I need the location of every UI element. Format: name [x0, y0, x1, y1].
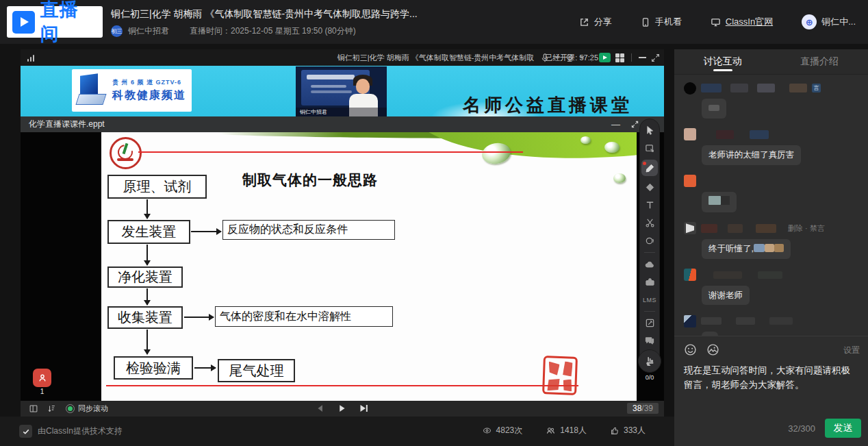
chat-message: .: [684, 314, 858, 336]
channel-line1: 贵 州 6 频 道 GZTV-6: [112, 78, 186, 87]
floating-tool-button[interactable]: [33, 369, 51, 387]
window-titlebar: 化学直播课课件.eppt — ✕: [21, 116, 664, 132]
live-video-button[interactable]: [599, 53, 611, 62]
classin-website-link[interactable]: ClassIn官网: [711, 16, 773, 28]
raise-hand-button[interactable]: [638, 349, 661, 373]
tv-channel-logo: 贵 州 6 频 道 GZTV-6 科教健康频道: [72, 69, 192, 112]
page-footer: 由ClassIn提供技术支持 4823次 1418人 333人: [0, 417, 674, 446]
tool-icon: [38, 373, 47, 383]
redacted-username: [713, 271, 742, 279]
window-minimize-icon[interactable]: —: [611, 120, 620, 129]
cloud-resource-icon[interactable]: [641, 258, 658, 271]
flow-box-purify: 净化装置: [107, 267, 183, 288]
avatar: [684, 82, 696, 95]
avatar: [684, 128, 696, 140]
floating-tool-count: 1: [33, 388, 51, 395]
mobile-view-button[interactable]: 手机看: [641, 16, 682, 28]
send-button[interactable]: 发送: [825, 419, 861, 438]
monitor-icon: [711, 17, 721, 27]
microphone-icon[interactable]: [540, 53, 550, 63]
char-counter: 32/300: [788, 423, 815, 434]
courseware-bottom-bar: 同步滚动 38/39: [21, 401, 664, 417]
water-droplet: [604, 142, 620, 153]
slide-title: 制取气体的一般思路: [228, 171, 392, 190]
school-emblem: [110, 137, 142, 169]
chat-message: 删除 · 禁言 终于听懂了,: [684, 222, 858, 259]
sync-scroll-label: 同步滚动: [78, 404, 108, 414]
prev-slide-icon[interactable]: [316, 404, 325, 413]
slide-red-line-bottom: [106, 385, 578, 386]
chat-message: 老师讲的太细了真厉害: [684, 128, 858, 165]
tab-live-intro[interactable]: 直播介绍: [771, 49, 868, 74]
redacted-username: [701, 224, 717, 233]
sort-slides-icon[interactable]: [47, 404, 56, 413]
people-icon: [546, 426, 556, 435]
channel-name: 铜仁中招君: [128, 25, 169, 37]
thumbs-up-icon: [610, 426, 620, 435]
select-region-icon[interactable]: [641, 142, 658, 155]
slide-decor-swoosh: [405, 132, 637, 183]
user-menu[interactable]: ⊕ 铜仁中...: [802, 14, 856, 29]
signal-icon: [27, 54, 37, 62]
cursor-tool-icon[interactable]: [641, 124, 658, 137]
stream-title: 铜仁初三|化学 胡梅雨 《气体制取智慧链-贵州中考气体制取思路与跨学...: [111, 8, 549, 21]
views-stat: 4823次: [482, 425, 523, 436]
text-tool-icon[interactable]: [641, 199, 658, 212]
mic-dropdown-caret[interactable]: [554, 56, 560, 59]
shape-tool-icon[interactable]: [641, 234, 658, 247]
camera-dropdown-caret[interactable]: [579, 56, 585, 59]
viewers-stat: 1418人: [546, 425, 587, 436]
play-slide-icon[interactable]: [337, 404, 346, 413]
live-time: 直播时间：2025-12-05 星期五 19:50 (80分钟): [190, 25, 356, 37]
avatar: [684, 315, 696, 327]
chat-tool-icon[interactable]: [641, 334, 658, 347]
stream-subtitle: 初三 铜仁中招君 直播时间：2025-12-05 星期五 19:50 (80分钟…: [111, 25, 356, 37]
tab-discussion[interactable]: 讨论互动: [674, 49, 771, 74]
raise-hand-icon: [644, 356, 656, 367]
red-seal-stamp: [542, 356, 578, 395]
emoji-icon[interactable]: [684, 343, 697, 356]
image-upload-icon[interactable]: [706, 343, 719, 356]
next-slide-icon[interactable]: [359, 404, 369, 413]
composer-input[interactable]: 现在是互动问答时间，大家有问题请积极留言，胡老师会为大家解答。: [684, 364, 859, 393]
player-control-bar: 铜仁初三|化学 胡梅雨 《气体制取智慧链-贵州中考气体制取 已经开课: 57:2…: [21, 49, 664, 66]
panel-toggle-icon[interactable]: [29, 404, 38, 413]
user-badge: 言: [812, 84, 821, 92]
moderation-actions[interactable]: 删除 · 禁言: [788, 223, 825, 234]
stream-stats: 4823次 1418人 333人: [482, 425, 646, 436]
toolbox-icon[interactable]: [641, 275, 658, 288]
eye-icon: [482, 426, 492, 435]
webcam-icon[interactable]: [565, 53, 574, 63]
minimize-icon[interactable]: [639, 57, 646, 58]
raise-hand-count: 0/0: [639, 374, 660, 381]
scissors-tool-icon[interactable]: [641, 216, 658, 230]
session-title: 铜仁初三|化学 胡梅雨 《气体制取智慧链-贵州中考气体制取: [337, 53, 535, 63]
flow-box-principle: 原理、试剂: [107, 175, 207, 199]
redacted-username: [701, 84, 722, 92]
flow-note-collect: 气体的密度和在水中溶解性: [215, 306, 393, 327]
flow-arrow-right: [191, 231, 221, 232]
sync-scroll-toggle[interactable]: 同步滚动: [66, 404, 108, 414]
lms-tool[interactable]: LMS: [641, 293, 658, 306]
flow-arrow-right: [194, 367, 216, 369]
phone-icon: [641, 17, 650, 27]
water-droplet: [613, 173, 626, 183]
layout-grid-icon[interactable]: [615, 53, 624, 62]
header-actions: 分享 手机看 ClassIn官网 ⊕ 铜仁中...: [579, 0, 856, 44]
chat-settings-button[interactable]: 设置: [843, 345, 860, 356]
window-expand-icon[interactable]: [631, 121, 639, 128]
share-button[interactable]: 分享: [579, 16, 612, 28]
likes-stat: 333人: [610, 425, 646, 436]
app-header: 直播间 铜仁初三|化学 胡梅雨 《气体制取智慧链-贵州中考气体制取思路与跨学..…: [0, 0, 868, 44]
eraser-tool-icon[interactable]: [641, 181, 658, 194]
pen-tool-icon[interactable]: [641, 160, 658, 176]
edit-board-icon[interactable]: [641, 317, 658, 330]
avatar: [684, 269, 696, 281]
flow-arrow-down: [146, 288, 148, 305]
redacted-username: [716, 130, 734, 139]
chat-message-list: 言 老师讲的太细了真厉害 删除 · 禁言: [674, 75, 868, 336]
flow-arrow-down: [146, 199, 148, 219]
laptop-logo-icon: [77, 75, 107, 106]
sidebar-tabs: 讨论互动 直播介绍: [674, 49, 868, 75]
expand-icon[interactable]: [651, 53, 660, 62]
